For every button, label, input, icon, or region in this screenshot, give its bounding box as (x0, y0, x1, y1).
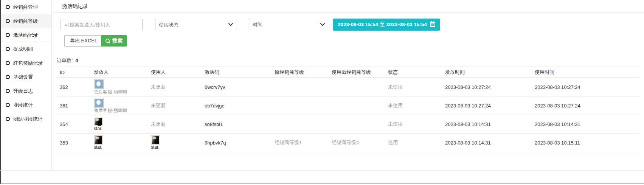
radio-circle-icon (6, 19, 10, 23)
person-cell: 未更新 (148, 78, 202, 96)
person-cell: 未更新 (148, 115, 202, 134)
original-level-cell (272, 115, 329, 134)
sidebar-item-label: 业绩统计 (13, 102, 33, 109)
avatar-image (152, 136, 159, 144)
person-name: star. (94, 145, 102, 150)
column-header: 激活码 (202, 67, 272, 78)
search-button[interactable]: 搜索 (101, 35, 127, 47)
person: 售后客服-丽唧唧 (94, 79, 146, 95)
column-header: 使用人 (148, 67, 202, 78)
radio-circle-icon (6, 33, 10, 37)
person-name: star. (151, 145, 160, 150)
sidebar: 经销商管理经销商等级激活码记录提成明细红包奖励记录基础设置升级日志业绩统计团队业… (1, 0, 52, 170)
sidebar-item[interactable]: 业绩统计 (1, 98, 51, 112)
photo-avatar[interactable] (151, 135, 160, 145)
avatar-image (95, 80, 103, 89)
issue-time-cell: 2023-08-03 10:14:31 (442, 134, 532, 152)
person: star. (151, 135, 200, 150)
sidebar-item-label: 激活码记录 (13, 32, 38, 39)
status-cell: 未使用 (385, 78, 442, 96)
person: star. (94, 135, 146, 150)
time-select[interactable]: 时间 (249, 19, 328, 30)
table-row: 362售后客服-丽唧唧未更新6wcrv7yv未使用2023-08-03 10:2… (57, 78, 639, 96)
window-bottom-border (0, 183, 644, 184)
person-avatar[interactable] (94, 79, 104, 89)
sidebar-item[interactable]: 团队业绩统计 (1, 112, 51, 126)
issue-time-cell: 2023-08-03 10:27:24 (442, 78, 532, 96)
person-cell: 售后客服-丽唧唧 (91, 78, 148, 96)
radio-circle-icon (6, 103, 10, 107)
person-avatar[interactable] (94, 98, 104, 108)
column-header: 原经销商等级 (272, 67, 329, 78)
column-header: 发放时间 (442, 67, 532, 78)
use-time-cell: 2023-08-03 10:14:31 (532, 115, 639, 134)
table-header-row: ID发放人使用人激活码原经销商等级使用后经销商等级状态发放时间使用时间 (57, 67, 639, 78)
table-body: 362售后客服-丽唧唧未更新6wcrv7yv未使用2023-08-03 10:2… (57, 78, 639, 152)
export-excel-button[interactable]: 导出 EXCEL (64, 35, 103, 47)
calendar-icon (430, 22, 435, 27)
sidebar-item[interactable]: 基础设置 (1, 70, 51, 84)
search-icon (106, 39, 110, 44)
column-header: 发放人 (91, 67, 148, 78)
column-header: ID (57, 67, 91, 78)
title-divider (52, 12, 644, 13)
column-header: 状态 (385, 67, 442, 78)
photo-avatar[interactable] (94, 135, 103, 145)
activation-code-cell: ob7dvjgc (202, 96, 272, 115)
use-time-cell: 2023-08-03 10:27:24 (532, 78, 639, 96)
order-count: 订单数: 4 (57, 57, 78, 64)
radio-circle-icon (6, 61, 10, 65)
table-row: 353star.star.9hpbvk7q经销商等级1经销商等级4使用2023-… (57, 134, 639, 152)
after-level-cell (329, 115, 385, 134)
person-cell: 售后客服-丽唧唧 (91, 96, 148, 115)
use-time-cell: 2023-08-03 10:27:24 (532, 96, 639, 115)
search-input[interactable] (61, 19, 143, 30)
id-cell: 362 (57, 78, 91, 96)
status-select-wrap: 使用状态 (155, 19, 236, 30)
sidebar-item[interactable]: 红包奖励记录 (1, 56, 51, 70)
table-row: 361售后客服-丽唧唧未更新ob7dvjgc未使用2023-08-03 10:2… (57, 96, 639, 115)
sidebar-item-label: 经销商等级 (13, 18, 38, 25)
issue-time-cell: 2023-08-03 10:27:24 (442, 96, 532, 115)
original-level-cell: 经销商等级1 (272, 134, 329, 152)
column-header: 使用时间 (532, 67, 639, 78)
after-level-cell (329, 96, 385, 115)
avatar-image (95, 99, 103, 107)
sidebar-item[interactable]: 激活码记录 (1, 28, 51, 42)
status-cell: 使用 (385, 134, 442, 152)
person-cell: star. (91, 115, 148, 134)
person: 售后客服-丽唧唧 (94, 98, 146, 113)
order-count-label: 订单数: (57, 58, 73, 63)
sidebar-item-label: 红包奖励记录 (13, 60, 43, 67)
activation-code-cell: so8fsbl1 (202, 115, 272, 134)
time-select-wrap: 时间 (249, 19, 328, 30)
activation-code-cell: 9hpbvk7q (202, 134, 272, 152)
original-level-cell (272, 78, 329, 96)
sidebar-item-label: 经销商管理 (13, 4, 38, 11)
radio-circle-icon (6, 5, 10, 9)
activation-code-records-page: 经销商管理经销商等级激活码记录提成明细红包奖励记录基础设置升级日志业绩统计团队业… (0, 0, 644, 185)
photo-avatar[interactable] (94, 117, 103, 126)
sidebar-item[interactable]: 经销商管理 (1, 0, 51, 14)
radio-circle-icon (6, 75, 10, 79)
cell-text: 未更新 (151, 121, 166, 127)
date-range-button[interactable]: 2023-08-03 15:54 至 2023-08-03 15:54 (333, 19, 440, 31)
status-cell: 未使用 (385, 115, 442, 134)
status-select[interactable]: 使用状态 (155, 19, 236, 30)
sidebar-item-label: 基础设置 (13, 74, 33, 81)
activation-code-cell: 6wcrv7yv (202, 78, 272, 96)
sidebar-item[interactable]: 提成明细 (1, 42, 51, 56)
sidebar-item-label: 提成明细 (13, 46, 33, 53)
id-cell: 354 (57, 115, 91, 134)
sidebar-item-label: 团队业绩统计 (13, 116, 43, 123)
issue-time-cell: 2023-08-03 10:14:31 (442, 115, 532, 134)
sidebar-item[interactable]: 经销商等级 (1, 14, 51, 28)
sidebar-item[interactable]: 升级日志 (1, 84, 51, 98)
person-name: 售后客服-丽唧唧 (94, 90, 127, 95)
search-button-label: 搜索 (112, 37, 123, 44)
after-level-cell (329, 78, 385, 96)
person-cell: star. (148, 134, 202, 152)
after-level-cell: 经销商等级4 (329, 134, 385, 152)
column-header: 使用后经销商等级 (329, 67, 385, 78)
radio-circle-icon (6, 47, 10, 51)
